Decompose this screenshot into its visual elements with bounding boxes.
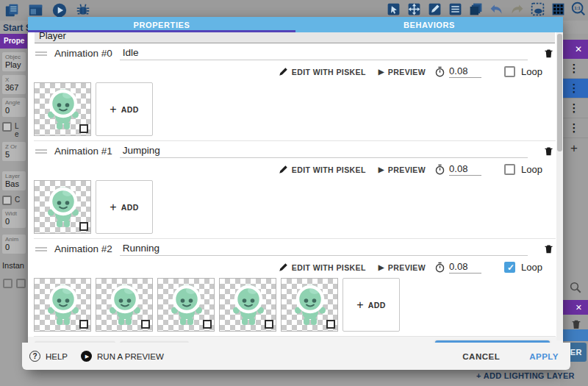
delete-animation-icon[interactable] bbox=[541, 145, 556, 157]
loop-label: Loop bbox=[521, 66, 542, 77]
lock-checkbox[interactable] bbox=[2, 122, 12, 132]
debug-icon[interactable] bbox=[75, 2, 91, 18]
frame-checkbox[interactable] bbox=[141, 320, 150, 329]
animation-name-input[interactable]: Running bbox=[120, 243, 528, 256]
layer-row[interactable]: ⋮ bbox=[560, 79, 588, 99]
delete-animation-icon[interactable] bbox=[541, 243, 556, 255]
close-icon[interactable]: ✕ bbox=[576, 303, 582, 312]
redo-icon[interactable] bbox=[509, 1, 525, 17]
drag-handle-icon[interactable] bbox=[35, 148, 47, 155]
run-preview-button[interactable]: ▶ RUN A PREVIEW bbox=[81, 351, 164, 362]
tab-behaviors[interactable]: BEHAVIORS bbox=[295, 17, 563, 32]
object-name-input[interactable]: Player bbox=[35, 32, 555, 43]
move-tool-icon[interactable] bbox=[406, 1, 422, 17]
angle-field[interactable]: Angle0 bbox=[2, 98, 26, 117]
tab-properties[interactable]: PROPERTIES bbox=[28, 17, 295, 32]
close-icon[interactable]: ✕ bbox=[575, 44, 582, 54]
speed-input[interactable]: 0.08 bbox=[449, 163, 481, 176]
layer-field[interactable]: LayerBas bbox=[2, 171, 26, 190]
drag-handle-icon[interactable] bbox=[35, 246, 47, 253]
sprite-frame[interactable] bbox=[34, 82, 91, 136]
mask-grid-icon[interactable] bbox=[529, 1, 545, 17]
add-lighting-layer-button[interactable]: + ADD LIGHTING LAYER bbox=[476, 371, 587, 380]
menu-dots-icon[interactable]: ⋮ bbox=[569, 82, 580, 95]
speed-input[interactable]: 0.08 bbox=[449, 65, 481, 78]
frame-checkbox[interactable] bbox=[79, 222, 88, 231]
add-frame-button[interactable]: + ADD bbox=[343, 278, 400, 332]
loop-checkbox[interactable] bbox=[504, 164, 515, 175]
loop-checkbox[interactable] bbox=[504, 66, 515, 77]
frame-checkbox[interactable] bbox=[265, 320, 273, 329]
objects-stack-icon[interactable] bbox=[467, 1, 484, 17]
edit-with-piskel-button[interactable]: EDIT WITH PISKEL bbox=[275, 165, 370, 174]
add-frame-button[interactable]: + ADD bbox=[96, 82, 153, 136]
preview-play-icon: ▶ bbox=[379, 263, 384, 271]
dialog-content: Player Animation #0 Idle EDIT WITH PISKE… bbox=[28, 32, 563, 343]
sprite-frame[interactable] bbox=[34, 278, 91, 332]
sprite-frame[interactable] bbox=[219, 278, 276, 332]
speed-input[interactable]: 0.08 bbox=[449, 261, 481, 274]
edit-with-piskel-button[interactable]: EDIT WITH PISKEL bbox=[275, 67, 370, 76]
undo-icon[interactable] bbox=[488, 1, 504, 17]
add-frame-button[interactable]: + ADD bbox=[96, 180, 153, 234]
frame-checkbox[interactable] bbox=[326, 320, 335, 329]
loop-label: Loop bbox=[521, 262, 542, 273]
custom-size-checkbox[interactable] bbox=[2, 196, 12, 205]
layer-row[interactable]: ⋮ bbox=[560, 118, 588, 138]
menu-dots-icon[interactable]: ⋮ bbox=[569, 101, 580, 115]
window-icon[interactable] bbox=[28, 2, 44, 18]
animation-name-input[interactable]: Jumping bbox=[120, 145, 528, 158]
add-row-button[interactable]: + bbox=[560, 138, 588, 158]
variables-icon-1[interactable] bbox=[3, 279, 12, 288]
help-button[interactable]: ? HELP bbox=[29, 351, 68, 362]
project-manager-icon[interactable] bbox=[4, 2, 21, 18]
instances-list-icon[interactable] bbox=[447, 1, 463, 17]
sprite-frame[interactable] bbox=[157, 278, 215, 332]
layer-row[interactable]: ⋮ bbox=[560, 59, 588, 79]
sprite-frame[interactable] bbox=[96, 278, 153, 332]
frame-checkbox[interactable] bbox=[79, 320, 88, 329]
animation-field[interactable]: Anim0 bbox=[2, 235, 26, 254]
preview-button[interactable]: ▶ PREVIEW bbox=[375, 68, 429, 76]
edit-hitboxes-button[interactable]: EDIT HITBOXES bbox=[35, 341, 115, 343]
plus-icon: + bbox=[356, 299, 363, 312]
loop-toggle[interactable]: Loop bbox=[504, 66, 545, 77]
layer-row[interactable]: ⋮ bbox=[560, 99, 588, 118]
dialog-scrollbar[interactable] bbox=[556, 32, 563, 340]
select-tool-icon[interactable] bbox=[385, 1, 401, 17]
preview-button[interactable]: ▶ PREVIEW bbox=[375, 263, 429, 272]
scrollbar-thumb[interactable] bbox=[557, 34, 562, 151]
sprite-frame[interactable] bbox=[34, 180, 91, 234]
drag-handle-icon[interactable] bbox=[35, 50, 47, 57]
apply-button[interactable]: APPLY bbox=[529, 352, 559, 361]
preview-button[interactable]: ▶ PREVIEW bbox=[375, 165, 429, 174]
add-animation-button[interactable]: + ADD AN ANIMATION bbox=[435, 340, 550, 343]
sprite-frame[interactable] bbox=[281, 278, 338, 332]
menu-dots-icon[interactable]: ⋮ bbox=[569, 121, 580, 135]
edit-with-piskel-button[interactable]: EDIT WITH PISKEL bbox=[275, 262, 370, 272]
grid-icon[interactable] bbox=[550, 1, 566, 17]
play-scene-icon[interactable] bbox=[51, 2, 68, 18]
cancel-button[interactable]: CANCEL bbox=[462, 352, 500, 361]
variables-icon-2[interactable] bbox=[16, 279, 26, 288]
custom-size-checkbox-row[interactable]: C bbox=[2, 196, 26, 205]
width-field[interactable]: Widt0 bbox=[2, 209, 26, 228]
edit-pencil-icon[interactable] bbox=[426, 1, 442, 17]
frame-checkbox[interactable] bbox=[203, 320, 212, 329]
loop-toggle[interactable]: Loop bbox=[504, 262, 545, 273]
search-icon[interactable] bbox=[569, 281, 582, 297]
animation-name-input[interactable]: Idle bbox=[120, 47, 528, 60]
lock-checkbox-row[interactable]: Le bbox=[2, 122, 26, 138]
layer-edit-partial[interactable] bbox=[560, 329, 588, 341]
delete-animation-icon[interactable] bbox=[541, 47, 556, 60]
loop-checkbox[interactable] bbox=[504, 262, 515, 273]
scene-tab[interactable]: Start S bbox=[3, 23, 32, 33]
loop-toggle[interactable]: Loop bbox=[504, 164, 545, 175]
edit-points-button[interactable]: EDIT POINTS bbox=[121, 341, 188, 343]
x-field[interactable]: X367 bbox=[2, 75, 26, 94]
zoom-1-1-icon[interactable]: 1:1 bbox=[570, 1, 587, 17]
menu-dots-icon[interactable]: ⋮ bbox=[569, 62, 580, 75]
object-name-field[interactable]: ObjecPlay bbox=[2, 52, 26, 71]
z-order-field[interactable]: Z Or5 bbox=[2, 142, 26, 161]
frame-checkbox[interactable] bbox=[79, 124, 88, 133]
